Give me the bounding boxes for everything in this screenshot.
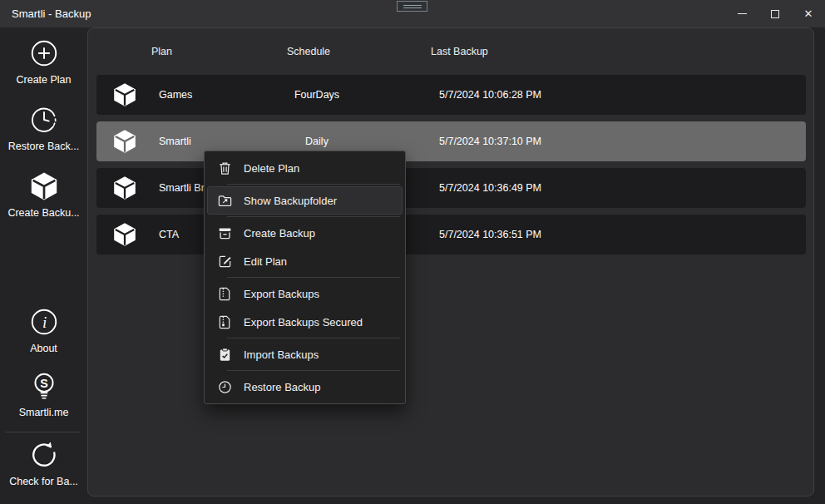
menu-item-label: Export Backups: [244, 288, 319, 300]
drag-handle-line: [403, 7, 422, 8]
plan-name: Smartli: [159, 121, 191, 161]
backup-plans-panel: Plan Schedule Last Backup Games FourDays…: [87, 27, 814, 497]
package-cube-icon: [111, 82, 138, 108]
sidebar-item-smartli-me[interactable]: S Smartli.me: [0, 370, 87, 418]
window-title: Smartli - Backup: [12, 0, 91, 27]
package-cube-icon: [28, 170, 60, 202]
menu-item-delete-plan[interactable]: Delete Plan: [207, 154, 403, 182]
maximize-button[interactable]: [758, 0, 792, 27]
sidebar-item-label: Check for Ba...: [9, 476, 78, 487]
plus-circle-icon: [28, 37, 60, 69]
drag-handle[interactable]: [397, 1, 427, 12]
sidebar-item-label: Create Plan: [16, 74, 71, 86]
info-circle-icon: i: [28, 306, 60, 338]
sidebar-item-label: Create Backu...: [7, 207, 79, 219]
sidebar: Create Plan Restore Back... Create Backu…: [0, 27, 87, 504]
bulb-s-icon: S: [28, 370, 60, 402]
minimize-icon: [738, 13, 747, 14]
plan-last-backup: 5/7/2024 10:06:28 PM: [439, 75, 541, 115]
table-row[interactable]: Smartli Bro 5/7/2024 10:36:49 PM: [96, 168, 806, 208]
menu-item-label: Restore Backup: [244, 381, 321, 393]
sidebar-item-check-for-backups[interactable]: Check for Ba...: [0, 439, 87, 487]
plan-last-backup: 5/7/2024 10:36:49 PM: [439, 168, 541, 208]
maximize-icon: [771, 10, 779, 18]
clock-icon: [217, 379, 233, 395]
sidebar-item-label: Smartli.me: [19, 407, 69, 418]
folder-arrow-icon: [217, 193, 233, 209]
sidebar-item-create-plan[interactable]: Create Plan: [0, 37, 87, 86]
menu-item-export-backups-secured[interactable]: Export Backups Secured: [207, 308, 403, 336]
menu-item-restore-backup[interactable]: Restore Backup: [207, 373, 403, 401]
menu-divider: [227, 370, 400, 371]
menu-divider: [227, 338, 400, 338]
sidebar-item-about[interactable]: i About: [0, 306, 87, 354]
history-clock-icon: [28, 104, 60, 136]
sidebar-item-restore-backup[interactable]: Restore Back...: [0, 104, 87, 152]
plan-name: Games: [159, 75, 192, 115]
table-row[interactable]: Games FourDays 5/7/2024 10:06:28 PM: [96, 75, 806, 115]
clipboard-check-icon: [217, 347, 233, 363]
close-button[interactable]: ✕: [792, 0, 825, 27]
refresh-icon: [28, 439, 60, 471]
menu-item-create-backup[interactable]: Create Backup: [207, 219, 403, 247]
package-cube-icon: [111, 175, 138, 201]
menu-divider: [227, 184, 400, 185]
drag-handle-line: [403, 5, 422, 6]
close-icon: ✕: [804, 8, 813, 19]
menu-divider: [227, 277, 400, 278]
menu-divider: [227, 216, 400, 217]
plan-schedule: FourDays: [254, 75, 379, 115]
plan-name: Smartli Bro: [159, 168, 210, 208]
menu-item-label: Export Backups Secured: [244, 316, 363, 329]
table-row[interactable]: CTA 5/7/2024 10:36:51 PM: [96, 215, 806, 254]
column-header-last-backup: Last Backup: [431, 28, 488, 75]
svg-text:S: S: [40, 377, 48, 390]
menu-item-label: Import Backups: [244, 348, 319, 361]
column-header-plan: Plan: [151, 28, 172, 75]
sidebar-item-label: About: [30, 343, 57, 354]
minimize-button[interactable]: [725, 0, 758, 27]
column-header-schedule: Schedule: [246, 28, 371, 75]
table-header: Plan Schedule Last Backup: [88, 28, 813, 75]
menu-item-label: Create Backup: [244, 227, 315, 240]
plan-name: CTA: [159, 215, 179, 254]
menu-item-import-backups[interactable]: Import Backups: [207, 340, 403, 368]
svg-text:i: i: [42, 314, 46, 331]
zip-file-icon: [217, 286, 233, 302]
sidebar-item-label: Restore Back...: [8, 141, 79, 152]
menu-item-label: Delete Plan: [244, 162, 299, 175]
sidebar-divider: [5, 432, 80, 432]
menu-item-label: Edit Plan: [244, 255, 287, 268]
edit-pencil-icon: [217, 254, 233, 269]
trash-icon: [217, 161, 233, 176]
menu-item-edit-plan[interactable]: Edit Plan: [207, 247, 403, 275]
sidebar-item-create-backup[interactable]: Create Backu...: [0, 170, 87, 219]
plan-last-backup: 5/7/2024 10:37:10 PM: [439, 121, 541, 161]
menu-item-export-backups[interactable]: Export Backups: [207, 279, 403, 308]
titlebar: Smartli - Backup ✕: [0, 0, 825, 27]
package-cube-icon: [111, 221, 138, 248]
plan-last-backup: 5/7/2024 10:36:51 PM: [439, 215, 541, 254]
archive-box-icon: [217, 225, 233, 241]
package-cube-icon: [111, 128, 138, 155]
menu-item-label: Show Backupfolder: [244, 195, 337, 207]
zip-file-lock-icon: [217, 314, 233, 330]
table-row-selected[interactable]: Smartli Daily 5/7/2024 10:37:10 PM: [96, 121, 806, 161]
menu-item-show-backupfolder[interactable]: Show Backupfolder: [207, 186, 403, 215]
context-menu: Delete Plan Show Backupfolder Create Bac…: [204, 151, 406, 404]
window-controls: ✕: [725, 0, 825, 27]
